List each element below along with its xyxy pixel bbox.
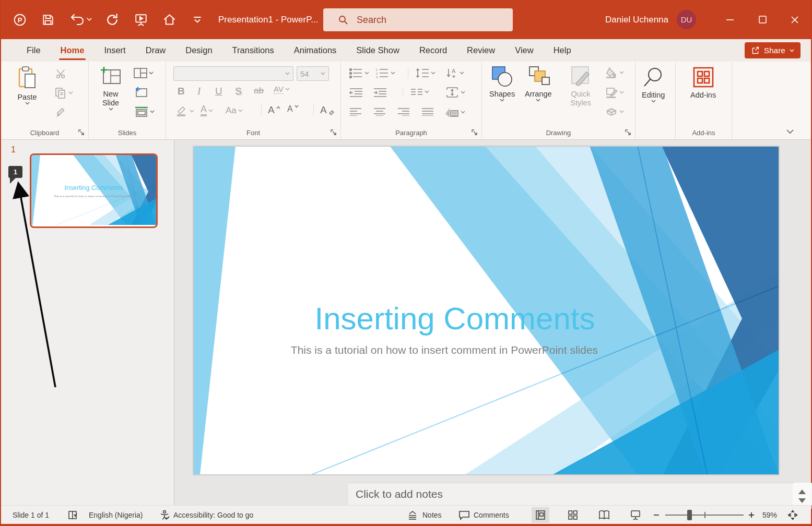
search-box[interactable]	[323, 8, 513, 31]
tab-slide-show[interactable]: Slide Show	[346, 39, 409, 62]
shape-outline-button[interactable]	[605, 87, 624, 98]
reading-view-button[interactable]	[595, 507, 613, 523]
quick-styles-button[interactable]: Quick Styles	[564, 66, 597, 107]
minimize-button[interactable]	[714, 0, 746, 39]
tab-animations[interactable]: Animations	[284, 39, 347, 62]
zoom-level[interactable]: 59%	[762, 506, 777, 524]
tab-record[interactable]: Record	[409, 39, 457, 62]
language-indicator[interactable]: English (Nigeria)	[89, 506, 143, 524]
font-size-combobox[interactable]: 54	[297, 66, 329, 81]
comment-badge[interactable]: 1	[8, 166, 22, 178]
font-name-combobox[interactable]	[173, 66, 293, 81]
increase-indent-button[interactable]	[373, 88, 387, 97]
slide-layout-button[interactable]	[134, 68, 154, 78]
share-button[interactable]: Share	[745, 42, 801, 58]
accessibility-button[interactable]: Accessibility: Good to go	[159, 506, 253, 524]
format-painter-button[interactable]	[55, 106, 67, 118]
clear-formatting-button[interactable]: A	[313, 104, 335, 116]
underline-button[interactable]: U	[215, 86, 222, 97]
addins-button[interactable]: Add-ins	[690, 66, 716, 100]
comments-toggle[interactable]: Comments	[458, 506, 509, 524]
tab-transitions[interactable]: Transitions	[222, 39, 284, 62]
tab-view[interactable]: View	[505, 39, 543, 62]
notes-placeholder[interactable]: Click to add notes	[356, 488, 443, 500]
increase-font-size-button[interactable]: A	[261, 104, 280, 116]
paste-button[interactable]: Paste	[17, 66, 38, 105]
tab-file[interactable]: File	[17, 39, 51, 62]
bullets-button[interactable]	[349, 68, 369, 78]
decrease-font-size-button[interactable]: A	[287, 104, 299, 114]
collapse-ribbon-icon[interactable]	[786, 129, 794, 134]
text-direction-button[interactable]: A	[445, 68, 464, 78]
maximize-button[interactable]	[746, 0, 779, 39]
save-icon[interactable]	[41, 13, 55, 27]
justify-button[interactable]	[421, 107, 434, 116]
slide-indicator[interactable]: Slide 1 of 1	[13, 506, 49, 524]
copy-button[interactable]	[54, 87, 73, 99]
spellcheck-button[interactable]	[68, 506, 79, 524]
chevron-down-icon	[364, 71, 369, 75]
zoom-out-button[interactable]	[653, 506, 660, 524]
home-icon[interactable]	[162, 13, 176, 27]
text-shadow-button[interactable]: S	[235, 86, 242, 97]
user-name[interactable]: Daniel Uchenna	[605, 15, 668, 25]
previous-slide-button[interactable]	[798, 489, 806, 494]
slide-sorter-view-button[interactable]	[564, 507, 582, 523]
reset-slide-button[interactable]	[135, 87, 148, 98]
change-case-button[interactable]: Aa	[226, 105, 243, 116]
numbering-button[interactable]: 123	[375, 68, 395, 78]
customize-qat-icon[interactable]	[190, 13, 205, 27]
notes-toggle[interactable]: Notes	[407, 506, 442, 524]
shapes-button[interactable]: Shapes	[489, 66, 515, 102]
tab-draw[interactable]: Draw	[136, 39, 176, 62]
next-slide-button[interactable]	[798, 498, 806, 503]
paragraph-dialog-launcher[interactable]	[471, 129, 478, 136]
new-slide-button[interactable]: New Slide	[96, 66, 125, 111]
slide-1-thumbnail[interactable]: Inserting Comments This is a tutorial on…	[30, 153, 158, 228]
search-input[interactable]	[357, 15, 482, 26]
clipboard-dialog-launcher[interactable]	[78, 129, 85, 136]
normal-view-button[interactable]	[532, 507, 549, 523]
align-center-button[interactable]	[373, 107, 386, 116]
editing-button[interactable]: Editing	[642, 66, 665, 103]
convert-to-smartart-button[interactable]	[444, 106, 465, 118]
align-text-button[interactable]	[445, 87, 465, 98]
tab-home[interactable]: Home	[51, 39, 95, 62]
highlight-color-button[interactable]	[175, 105, 194, 117]
undo-icon[interactable]	[69, 13, 92, 27]
zoom-in-button[interactable]	[748, 506, 755, 524]
strikethrough-button[interactable]: ab	[254, 86, 264, 96]
shape-fill-button[interactable]	[605, 67, 624, 78]
zoom-slider-handle[interactable]	[687, 510, 692, 520]
slideshow-from-beginning-icon[interactable]	[134, 13, 148, 27]
cut-button[interactable]	[55, 68, 67, 79]
fit-slide-button[interactable]	[787, 506, 798, 524]
tab-review[interactable]: Review	[457, 39, 505, 62]
tab-insert[interactable]: Insert	[94, 39, 135, 62]
arrange-button[interactable]: Arrange	[525, 66, 552, 102]
avatar[interactable]: DU	[677, 10, 696, 29]
slide-editor[interactable]: Inserting Comments This is a tutorial on…	[193, 146, 779, 475]
slide-subtitle[interactable]: This is a tutorial on how to insert comm…	[194, 344, 695, 356]
italic-button[interactable]: I	[197, 86, 201, 97]
shape-effects-button[interactable]	[605, 106, 624, 117]
slide-title[interactable]: Inserting Comments	[194, 301, 716, 337]
bold-button[interactable]: B	[178, 86, 185, 97]
tab-help[interactable]: Help	[544, 39, 581, 62]
decrease-indent-button[interactable]	[349, 88, 363, 97]
drawing-dialog-launcher[interactable]	[625, 129, 632, 136]
notes-pane[interactable]: Click to add notes	[348, 483, 812, 505]
columns-button[interactable]	[403, 88, 429, 96]
character-spacing-button[interactable]: AV	[274, 85, 290, 94]
font-color-button[interactable]: A	[201, 104, 213, 116]
font-dialog-launcher[interactable]	[330, 129, 337, 136]
redo-icon[interactable]	[105, 13, 120, 27]
section-button[interactable]	[135, 106, 155, 117]
align-right-button[interactable]	[397, 107, 410, 116]
align-left-button[interactable]	[349, 107, 362, 116]
powerpoint-logo[interactable]: P	[13, 13, 27, 27]
line-spacing-button[interactable]	[408, 68, 436, 78]
tab-design[interactable]: Design	[175, 39, 222, 62]
close-button[interactable]	[779, 0, 811, 39]
slideshow-view-button[interactable]	[627, 507, 644, 523]
